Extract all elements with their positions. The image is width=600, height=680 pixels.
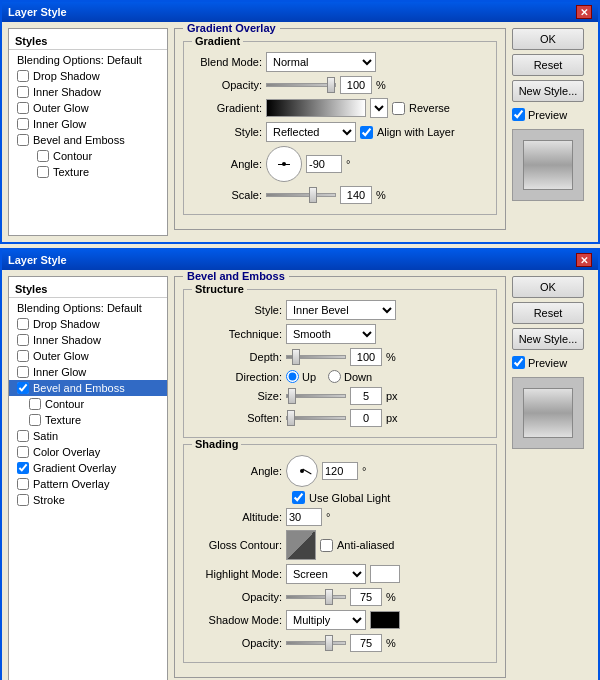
blend-mode-select[interactable]: Normal [266, 52, 376, 72]
color-overlay-check[interactable] [17, 446, 29, 458]
altitude-input[interactable] [286, 508, 322, 526]
depth-slider[interactable] [286, 355, 346, 359]
color-overlay-item[interactable]: Color Overlay [9, 444, 167, 460]
left-panel-1: Styles Blending Options: Default Drop Sh… [8, 28, 168, 236]
reset-button-2[interactable]: Reset [512, 302, 584, 324]
bevel-style-select[interactable]: Inner Bevel [286, 300, 396, 320]
contour-check-2[interactable] [29, 398, 41, 410]
global-light-label: Use Global Light [309, 492, 390, 504]
scale-slider[interactable] [266, 193, 336, 197]
highlight-opacity-slider[interactable] [286, 595, 346, 599]
texture-check-1[interactable] [37, 166, 49, 178]
bevel-emboss-item-1[interactable]: Bevel and Emboss [9, 132, 167, 148]
ok-button-1[interactable]: OK [512, 28, 584, 50]
bevel-emboss-check-1[interactable] [17, 134, 29, 146]
size-slider[interactable] [286, 394, 346, 398]
shadow-color-swatch[interactable] [370, 611, 400, 629]
shadow-opacity-slider[interactable] [286, 641, 346, 645]
outer-glow-item-2[interactable]: Outer Glow [9, 348, 167, 364]
depth-unit: % [386, 351, 396, 363]
blending-options-1[interactable]: Blending Options: Default [9, 52, 167, 68]
ok-button-2[interactable]: OK [512, 276, 584, 298]
blend-mode-row: Blend Mode: Normal [192, 52, 488, 72]
bevel-emboss-check-2[interactable] [17, 382, 29, 394]
angle-indicator [278, 164, 290, 165]
angle-row: Angle: ° [192, 146, 488, 182]
inner-shadow-check-2[interactable] [17, 334, 29, 346]
new-style-button-1[interactable]: New Style... [512, 80, 584, 102]
title-bar-2: Layer Style ✕ [2, 250, 598, 270]
inner-shadow-check-1[interactable] [17, 86, 29, 98]
satin-check[interactable] [17, 430, 29, 442]
title-bar-1: Layer Style ✕ [2, 2, 598, 22]
inner-glow-item-2[interactable]: Inner Glow [9, 364, 167, 380]
shading-angle-dial[interactable] [286, 455, 318, 487]
drop-shadow-item-2[interactable]: Drop Shadow [9, 316, 167, 332]
new-style-button-2[interactable]: New Style... [512, 328, 584, 350]
soften-label: Soften: [192, 412, 282, 424]
inner-glow-check-2[interactable] [17, 366, 29, 378]
altitude-unit: ° [326, 511, 330, 523]
drop-shadow-item-1[interactable]: Drop Shadow [9, 68, 167, 84]
inner-glow-item-1[interactable]: Inner Glow [9, 116, 167, 132]
align-check[interactable] [360, 126, 373, 139]
bevel-emboss-item-2[interactable]: Bevel and Emboss [9, 380, 167, 396]
gloss-preview[interactable] [286, 530, 316, 560]
shading-subsection: Shading Angle: ° [183, 444, 497, 663]
drop-shadow-check-2[interactable] [17, 318, 29, 330]
opacity-slider[interactable] [266, 83, 336, 87]
angle-dial[interactable] [266, 146, 302, 182]
reverse-check[interactable] [392, 102, 405, 115]
angle-input[interactable] [306, 155, 342, 173]
pattern-overlay-item[interactable]: Pattern Overlay [9, 476, 167, 492]
anti-alias-check[interactable] [320, 539, 333, 552]
gradient-preview[interactable] [266, 99, 366, 117]
size-label: Size: [192, 390, 282, 402]
texture-item-2[interactable]: Texture [9, 412, 167, 428]
gradient-dropdown[interactable] [370, 98, 388, 118]
inner-shadow-item-1[interactable]: Inner Shadow [9, 84, 167, 100]
outer-glow-check-2[interactable] [17, 350, 29, 362]
inner-shadow-item-2[interactable]: Inner Shadow [9, 332, 167, 348]
outer-glow-check-1[interactable] [17, 102, 29, 114]
direction-up-radio[interactable] [286, 370, 299, 383]
close-button-1[interactable]: ✕ [576, 5, 592, 19]
preview-box-1 [512, 129, 584, 201]
outer-glow-item-1[interactable]: Outer Glow [9, 100, 167, 116]
gradient-row: Gradient: Reverse [192, 98, 488, 118]
close-button-2[interactable]: ✕ [576, 253, 592, 267]
highlight-label: Highlight Mode: [192, 568, 282, 580]
style-select[interactable]: Reflected [266, 122, 356, 142]
highlight-opacity-value: 75 [350, 588, 382, 606]
highlight-color-swatch[interactable] [370, 565, 400, 583]
stroke-item[interactable]: Stroke [9, 492, 167, 508]
dialog1-body: Styles Blending Options: Default Drop Sh… [2, 22, 598, 242]
global-light-check[interactable] [292, 491, 305, 504]
satin-item[interactable]: Satin [9, 428, 167, 444]
drop-shadow-check-1[interactable] [17, 70, 29, 82]
highlight-select[interactable]: Screen [286, 564, 366, 584]
texture-check-2[interactable] [29, 414, 41, 426]
reset-button-1[interactable]: Reset [512, 54, 584, 76]
contour-check-1[interactable] [37, 150, 49, 162]
technique-select[interactable]: Smooth [286, 324, 376, 344]
preview-check-2[interactable] [512, 356, 525, 369]
direction-up[interactable]: Up [286, 370, 316, 383]
blending-options-2[interactable]: Blending Options: Default [9, 300, 167, 316]
shading-angle-input[interactable] [322, 462, 358, 480]
shadow-select[interactable]: Multiply [286, 610, 366, 630]
contour-item-1[interactable]: Contour [9, 148, 167, 164]
preview-check-1[interactable] [512, 108, 525, 121]
direction-row: Direction: Up Down [192, 370, 488, 383]
soften-slider[interactable] [286, 416, 346, 420]
direction-down-radio[interactable] [328, 370, 341, 383]
gradient-overlay-item[interactable]: Gradient Overlay [9, 460, 167, 476]
stroke-check[interactable] [17, 494, 29, 506]
gradient-overlay-check[interactable] [17, 462, 29, 474]
direction-down[interactable]: Down [328, 370, 372, 383]
texture-item-1[interactable]: Texture [9, 164, 167, 180]
contour-item-2[interactable]: Contour [9, 396, 167, 412]
pattern-overlay-check[interactable] [17, 478, 29, 490]
gradient-overlay-title: Gradient Overlay [183, 22, 280, 34]
inner-glow-check-1[interactable] [17, 118, 29, 130]
